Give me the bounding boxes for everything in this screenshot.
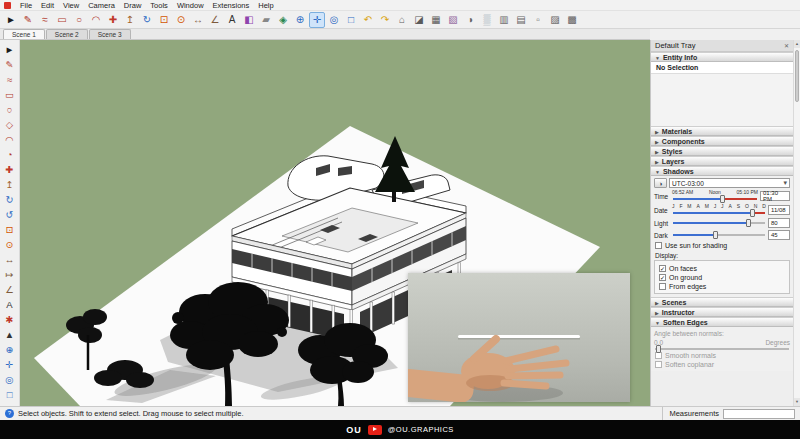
orbit-tool-icon[interactable]: ⊕ — [2, 342, 18, 357]
section-plane-icon[interactable]: ▧ — [445, 12, 461, 28]
date-value-box[interactable]: 11/08 — [768, 205, 790, 215]
rotate-tool-icon[interactable]: ↻ — [2, 192, 18, 207]
tape-measure-icon[interactable]: ↔ — [2, 252, 18, 267]
help-icon[interactable] — [5, 409, 14, 418]
3d-text-tool-icon[interactable]: ▲ — [2, 327, 18, 342]
rotate-tool-icon[interactable]: ↻ — [139, 12, 155, 28]
offset-tool-icon[interactable]: ⊙ — [2, 237, 18, 252]
scroll-down-icon[interactable] — [794, 398, 800, 406]
tray-scrollbar[interactable] — [793, 40, 800, 406]
arc-tool-icon[interactable]: ◠ — [88, 12, 104, 28]
section-header-shadows[interactable]: Shadows — [651, 166, 793, 176]
previous-view-icon[interactable]: ↶ — [360, 12, 376, 28]
zoom-extents-icon[interactable]: □ — [2, 387, 18, 402]
shaded-style-icon[interactable]: ▨ — [547, 12, 563, 28]
fog-icon[interactable]: ▒ — [479, 12, 495, 28]
use-sun-checkbox[interactable] — [655, 242, 662, 249]
menu-item[interactable]: File — [20, 1, 32, 10]
scale-tool-icon[interactable]: ⊡ — [2, 222, 18, 237]
date-slider[interactable] — [673, 212, 765, 214]
time-value-box[interactable]: 01:30 PM — [760, 191, 790, 201]
date-slider-thumb[interactable] — [750, 209, 755, 217]
checkbox[interactable] — [659, 274, 666, 281]
dark-value-box[interactable]: 45 — [768, 230, 790, 240]
soften-option-row[interactable]: Soften coplanar — [655, 361, 790, 368]
select-tool-icon[interactable]: ► — [3, 12, 19, 28]
scene-tab[interactable]: Scene 3 — [89, 29, 131, 39]
tape-measure-icon[interactable]: ↔ — [190, 12, 206, 28]
tray-section-header[interactable]: Layers — [651, 156, 793, 166]
paint-bucket-icon[interactable]: ◧ — [241, 12, 257, 28]
circle-tool-icon[interactable]: ○ — [2, 102, 18, 117]
measurements-input[interactable] — [723, 409, 795, 419]
tray-section-header[interactable]: Styles — [651, 146, 793, 156]
scrollbar-thumb[interactable] — [795, 50, 799, 102]
iso-view-icon[interactable]: ◪ — [411, 12, 427, 28]
pan-tool-icon[interactable]: ✛ — [309, 12, 325, 28]
push-pull-tool-icon[interactable]: ↥ — [2, 177, 18, 192]
textured-style-icon[interactable]: ▩ — [564, 12, 580, 28]
move-tool-icon[interactable]: ✚ — [105, 12, 121, 28]
light-value-box[interactable]: 80 — [768, 218, 790, 228]
soften-option-row[interactable]: Smooth normals — [655, 352, 790, 359]
make-component-icon[interactable]: ◈ — [275, 12, 291, 28]
arc-tool-icon[interactable]: ◠ — [2, 132, 18, 147]
text-tool-icon[interactable]: A — [2, 297, 18, 312]
light-slider[interactable] — [673, 222, 765, 224]
move-tool-icon[interactable]: ✚ — [2, 162, 18, 177]
menu-item[interactable]: Tools — [150, 1, 168, 10]
line-tool-icon[interactable]: ✎ — [2, 57, 18, 72]
rectangle-tool-icon[interactable]: ▭ — [2, 87, 18, 102]
tray-section-header[interactable]: Instructor — [651, 307, 793, 317]
protractor-icon[interactable]: ∠ — [207, 12, 223, 28]
angle-slider[interactable] — [655, 348, 789, 350]
zoom-tool-icon[interactable]: ◎ — [2, 372, 18, 387]
display-option-row[interactable]: On ground — [659, 274, 786, 281]
eraser-tool-icon[interactable]: ▰ — [258, 12, 274, 28]
menu-item[interactable]: Camera — [88, 1, 115, 10]
dark-slider-thumb[interactable] — [713, 231, 718, 239]
dark-slider[interactable] — [673, 234, 765, 236]
offset-tool-icon[interactable]: ⊙ — [173, 12, 189, 28]
dimension-tool-icon[interactable]: ↦ — [2, 267, 18, 282]
tray-section-header[interactable]: Scenes — [651, 297, 793, 307]
tray-title-bar[interactable]: Default Tray — [651, 40, 793, 52]
checkbox[interactable] — [659, 265, 666, 272]
circle-tool-icon[interactable]: ○ — [71, 12, 87, 28]
pan-tool-icon[interactable]: ✛ — [2, 357, 18, 372]
scene-tab[interactable]: Scene 2 — [46, 29, 88, 39]
front-view-icon[interactable]: ⌂ — [394, 12, 410, 28]
display-option-row[interactable]: On faces — [659, 265, 786, 272]
close-icon[interactable] — [784, 41, 789, 50]
follow-me-tool-icon[interactable]: ↺ — [2, 207, 18, 222]
zoom-tool-icon[interactable]: ◎ — [326, 12, 342, 28]
xray-style-icon[interactable]: ▥ — [496, 12, 512, 28]
time-slider[interactable] — [673, 198, 757, 200]
top-view-icon[interactable]: ▦ — [428, 12, 444, 28]
freehand-tool-icon[interactable]: ≈ — [37, 12, 53, 28]
checkbox[interactable] — [655, 352, 662, 359]
light-slider-thumb[interactable] — [746, 219, 751, 227]
text-tool-icon[interactable]: A — [224, 12, 240, 28]
scale-tool-icon[interactable]: ⊡ — [156, 12, 172, 28]
menu-item[interactable]: Help — [258, 1, 273, 10]
pie-tool-icon[interactable]: ◔ — [2, 147, 18, 162]
protractor-icon[interactable]: ∠ — [2, 282, 18, 297]
select-tool-icon[interactable]: ► — [2, 42, 18, 57]
section-header-soften-edges[interactable]: Soften Edges — [651, 317, 793, 327]
tray-section-header[interactable]: Materials — [651, 126, 793, 136]
display-option-row[interactable]: From edges — [659, 283, 786, 290]
menu-item[interactable]: Extensions — [213, 1, 250, 10]
menu-item[interactable]: Window — [177, 1, 204, 10]
tray-section-header[interactable]: Components — [651, 136, 793, 146]
freehand-tool-icon[interactable]: ≈ — [2, 72, 18, 87]
line-tool-icon[interactable]: ✎ — [20, 12, 36, 28]
push-pull-tool-icon[interactable]: ↥ — [122, 12, 138, 28]
checkbox[interactable] — [655, 361, 662, 368]
angle-slider-thumb[interactable] — [656, 345, 661, 353]
checkbox[interactable] — [659, 283, 666, 290]
orbit-tool-icon[interactable]: ⊕ — [292, 12, 308, 28]
wireframe-style-icon[interactable]: ▤ — [513, 12, 529, 28]
menu-item[interactable]: Edit — [41, 1, 54, 10]
axes-tool-icon[interactable]: ✱ — [2, 312, 18, 327]
